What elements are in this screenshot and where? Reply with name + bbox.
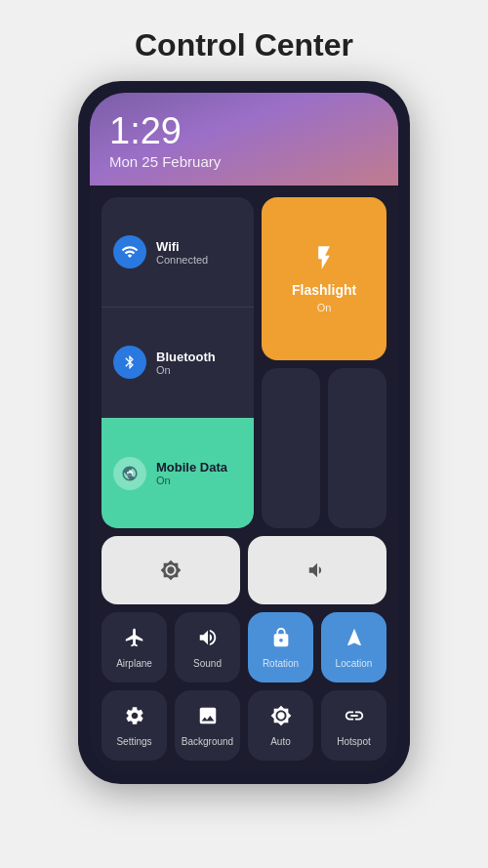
row-settings: Settings Background [102,690,386,761]
hotspot-tile[interactable]: Hotspot [321,690,386,761]
phone-frame: 1:29 Mon 25 February Wifi [78,81,410,784]
bluetooth-item[interactable]: Bluetooth On [102,307,254,417]
flashlight-sublabel: On [317,302,332,313]
row-brightness-volume [102,536,386,604]
dark-tile-1[interactable] [262,368,320,528]
airplane-tile[interactable]: Airplane [102,612,167,682]
flashlight-icon [310,244,338,278]
bluetooth-icon [113,346,146,379]
phone-inner: 1:29 Mon 25 February Wifi [90,93,398,772]
rotation-tile[interactable]: Rotation [248,612,313,682]
control-grid: Wifi Connected Bluetooth On [90,186,398,772]
sound-icon [197,627,219,654]
background-tile[interactable]: Background [175,690,240,761]
settings-tile[interactable]: Settings [102,690,167,761]
sound-tile[interactable]: Sound [175,612,240,682]
bluetooth-text: Bluetooth On [156,350,216,376]
auto-tile[interactable]: Auto [248,690,313,761]
location-label: Location [336,658,373,669]
airplane-icon [124,627,145,654]
volume-tile[interactable] [248,536,386,604]
status-bar: 1:29 Mon 25 February [90,93,398,186]
page-title: Control Center [135,27,353,63]
brightness-tile[interactable] [102,536,240,604]
auto-label: Auto [270,736,291,747]
mobile-data-item[interactable]: Mobile Data On [102,418,254,528]
row-quick-controls: Airplane Sound Rot [102,612,386,682]
background-icon [197,705,219,732]
hotspot-icon [344,705,365,732]
sound-label: Sound [193,658,222,669]
connectivity-block: Wifi Connected Bluetooth On [102,197,254,528]
settings-icon [124,705,145,732]
rotation-label: Rotation [263,658,299,669]
wifi-icon [113,235,146,269]
airplane-label: Airplane [116,658,152,669]
background-label: Background [182,736,233,747]
row-1: Wifi Connected Bluetooth On [102,197,386,528]
location-tile[interactable]: Location [321,612,386,682]
flashlight-block[interactable]: Flashlight On [262,197,386,360]
location-icon [344,627,365,654]
flashlight-label: Flashlight [292,282,356,298]
wifi-text: Wifi Connected [156,239,208,266]
mobile-data-text: Mobile Data On [156,460,227,486]
dark-tile-2[interactable] [328,368,386,528]
right-col: Flashlight On [262,197,386,528]
clock: 1:29 [109,112,379,149]
settings-label: Settings [116,736,151,747]
auto-icon [270,705,292,732]
date: Mon 25 February [109,153,379,170]
rotation-icon [270,627,292,654]
hotspot-label: Hotspot [337,736,370,747]
dark-tiles-row [262,368,386,528]
wifi-item[interactable]: Wifi Connected [102,197,254,307]
mobile-data-icon [113,457,146,490]
